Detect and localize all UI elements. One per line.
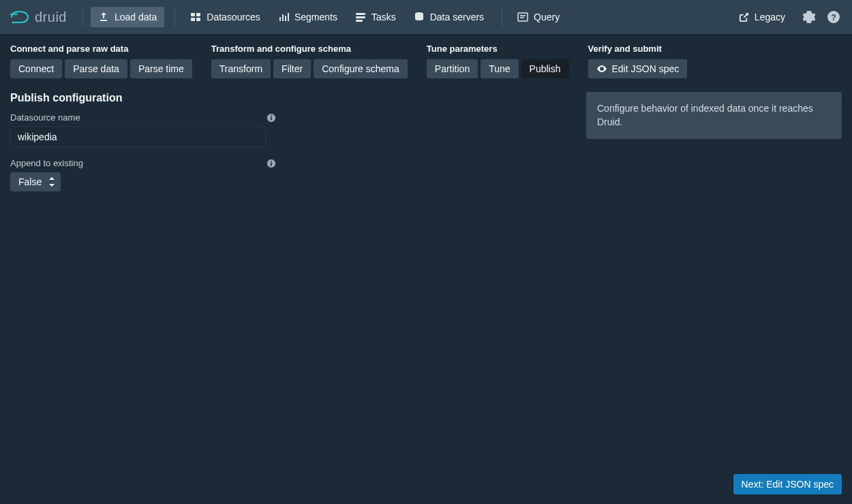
next-button-label: Next: Edit JSON spec (742, 479, 834, 490)
step-publish[interactable]: Publish (521, 59, 569, 78)
step-group-title: Connect and parse raw data (10, 44, 192, 54)
datasource-name-input[interactable] (10, 127, 266, 147)
nav-data-servers-label: Data servers (430, 11, 484, 23)
druid-logo-icon (10, 9, 29, 25)
svg-rect-2 (191, 13, 195, 16)
nav-legacy-label: Legacy (755, 11, 785, 23)
help-icon: ? (827, 11, 840, 23)
svg-rect-14 (518, 13, 528, 21)
nav-query-label: Query (534, 11, 560, 23)
caret-updown-icon (48, 177, 55, 187)
step-transform[interactable]: Transform (211, 59, 271, 78)
nav-legacy[interactable]: Legacy (731, 7, 793, 27)
field-label: Append to existing (10, 158, 83, 168)
svg-rect-21 (271, 115, 272, 116)
svg-rect-12 (356, 20, 363, 22)
nav-segments[interactable]: Segments (271, 7, 345, 27)
step-label: Filter (282, 63, 303, 74)
svg-rect-24 (271, 161, 272, 162)
step-label: Transform (219, 63, 262, 74)
step-connect[interactable]: Connect (10, 59, 62, 78)
field-label: Datasource name (10, 112, 80, 123)
top-nav: druid Load data Datasources Segments Tas… (0, 0, 852, 34)
brand-name: druid (35, 10, 67, 25)
svg-rect-23 (271, 163, 272, 166)
step-label: Partition (435, 63, 470, 74)
gear-icon (803, 11, 815, 23)
eye-icon (596, 63, 607, 74)
svg-rect-9 (288, 13, 289, 21)
step-label: Parse data (73, 63, 119, 74)
divider (174, 7, 175, 27)
svg-rect-3 (196, 13, 200, 16)
step-tune[interactable]: Tune (481, 59, 518, 78)
step-edit-json-spec[interactable]: Edit JSON spec (588, 59, 688, 78)
step-group-title: Tune parameters (427, 44, 569, 54)
svg-rect-4 (191, 18, 195, 21)
step-label: Tune (489, 63, 510, 74)
nav-segments-label: Segments (294, 11, 337, 23)
segments-icon (278, 12, 289, 22)
svg-rect-8 (285, 16, 286, 21)
datasources-icon (190, 12, 201, 22)
nav-load-data[interactable]: Load data (91, 7, 164, 27)
step-label: Edit JSON spec (612, 63, 680, 74)
form-column: Publish configuration Datasource name Ap… (10, 92, 276, 202)
step-group-verify: Verify and submit Edit JSON spec (588, 44, 688, 78)
divider (502, 7, 502, 27)
svg-rect-11 (356, 16, 365, 18)
stepper: Connect and parse raw data Connect Parse… (0, 34, 852, 85)
step-partition[interactable]: Partition (427, 59, 478, 78)
svg-rect-6 (279, 17, 281, 21)
svg-point-1 (12, 22, 14, 24)
nav-data-servers[interactable]: Data servers (406, 7, 491, 27)
external-link-icon (739, 12, 749, 22)
info-box: Configure behavior of indexed data once … (586, 92, 842, 139)
next-button[interactable]: Next: Edit JSON spec (733, 474, 842, 494)
divider (82, 7, 83, 27)
brand[interactable]: druid (10, 9, 67, 25)
svg-rect-5 (196, 18, 200, 21)
step-group-title: Verify and submit (588, 44, 688, 54)
database-icon (414, 12, 425, 22)
step-label: Publish (530, 63, 561, 74)
append-to-existing-select[interactable]: False (10, 172, 61, 191)
nav-load-data-label: Load data (115, 11, 157, 23)
step-label: Parse time (138, 63, 184, 74)
step-label: Connect (18, 63, 54, 74)
query-icon (517, 12, 528, 22)
settings-button[interactable] (801, 9, 817, 25)
step-group-title: Transform and configure schema (211, 44, 408, 54)
tasks-icon (355, 12, 366, 22)
nav-query[interactable]: Query (510, 7, 567, 27)
step-filter[interactable]: Filter (273, 59, 311, 78)
info-icon[interactable] (267, 159, 276, 168)
step-group-connect: Connect and parse raw data Connect Parse… (10, 44, 192, 78)
step-parse-data[interactable]: Parse data (65, 59, 127, 78)
step-label: Configure schema (322, 63, 399, 74)
info-box-text: Configure behavior of indexed data once … (597, 103, 813, 127)
field-datasource-name: Datasource name (10, 112, 276, 147)
info-icon[interactable] (267, 113, 276, 123)
help-button[interactable]: ? (825, 9, 842, 25)
step-configure-schema[interactable]: Configure schema (314, 59, 408, 78)
svg-rect-10 (356, 13, 365, 15)
section-title: Publish configuration (10, 92, 276, 104)
nav-datasources-label: Datasources (207, 11, 260, 23)
nav-tasks[interactable]: Tasks (348, 7, 404, 27)
step-parse-time[interactable]: Parse time (130, 59, 192, 78)
nav-datasources[interactable]: Datasources (183, 7, 268, 27)
svg-rect-7 (282, 14, 284, 21)
field-append-to-existing: Append to existing False (10, 158, 276, 191)
nav-tasks-label: Tasks (371, 11, 396, 23)
main-area: Publish configuration Datasource name Ap… (0, 85, 852, 209)
svg-rect-20 (271, 117, 272, 120)
svg-text:?: ? (831, 13, 836, 22)
upload-icon (98, 12, 109, 22)
step-group-transform: Transform and configure schema Transform… (211, 44, 408, 78)
select-value: False (18, 176, 42, 187)
step-group-tune: Tune parameters Partition Tune Publish (427, 44, 569, 78)
